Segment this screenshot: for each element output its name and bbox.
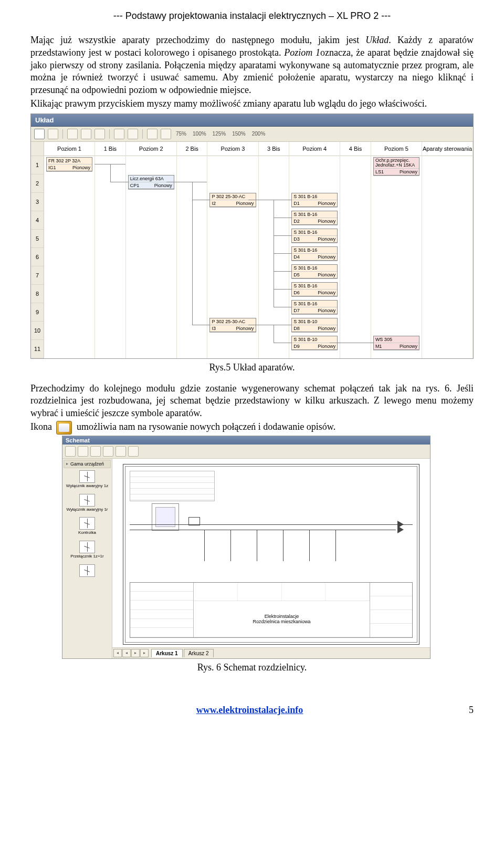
row-header: 6 bbox=[31, 248, 44, 266]
tool-cursor-icon[interactable] bbox=[65, 446, 76, 457]
schemat-sidebar: Gama urządzeń Wyłącznik awaryjny 1z Wyłą… bbox=[62, 459, 112, 658]
row-header: 5 bbox=[31, 230, 44, 248]
device-box-icon bbox=[152, 503, 179, 531]
tool-page-icon[interactable] bbox=[116, 446, 126, 457]
tool-c-icon[interactable] bbox=[94, 129, 105, 139]
sidebar-item[interactable]: Przełącznik 1z+1r bbox=[64, 541, 111, 559]
tool-zoom-fit-icon[interactable] bbox=[147, 129, 158, 139]
block-dir: Pionowy bbox=[318, 254, 335, 260]
tool-zoom-in-icon[interactable] bbox=[161, 129, 171, 139]
block-d4[interactable]: S 301 B-16D4Pionowy bbox=[291, 246, 338, 261]
row-header: 9 bbox=[31, 303, 44, 322]
p4a: Ikona bbox=[30, 421, 54, 432]
block-dir: Pionowy bbox=[318, 236, 335, 242]
zoom-75[interactable]: 75% bbox=[174, 131, 188, 137]
title-block: ElektroinstalacjeRozdzielnica mieszkanio… bbox=[130, 582, 413, 638]
tool-d-icon[interactable] bbox=[114, 129, 124, 139]
sheet-tabs: ◂◂▸▸ Arkusz 1 Arkusz 2 bbox=[112, 647, 430, 658]
zoom-150[interactable]: 150% bbox=[230, 131, 247, 137]
block-d2[interactable]: S 301 B-16D2Pionowy bbox=[291, 211, 338, 225]
block-d5[interactable]: S 301 B-16D5Pionowy bbox=[291, 264, 338, 278]
bus-line bbox=[130, 524, 413, 525]
block-och[interactable]: Ochr.p.przepięc.Jednofaz.+N 15KA LS1Pion… bbox=[373, 157, 419, 175]
drop-line bbox=[204, 530, 205, 561]
block-id: D4 bbox=[293, 254, 300, 260]
titleblock-line2: Rozdzielnica mieszkaniowa bbox=[253, 619, 310, 624]
block-id: I2 bbox=[212, 201, 216, 206]
row-header: 3 bbox=[31, 193, 44, 211]
zoom-125[interactable]: 125% bbox=[211, 131, 228, 137]
col-header: Poziom 2 bbox=[126, 142, 176, 156]
block-title: FR 302 2P 32A bbox=[47, 158, 92, 164]
block-dir: Pionowy bbox=[318, 326, 335, 331]
figure-caption-6: Rys. 6 Schemat rozdzielnicy. bbox=[30, 662, 474, 673]
block-title: S 301 B-16 bbox=[292, 211, 337, 218]
arrow-icon bbox=[397, 526, 404, 533]
symbol-icon bbox=[79, 564, 95, 577]
block-title: S 301 B-16 bbox=[292, 265, 337, 272]
block-id: LS1 bbox=[375, 169, 384, 174]
tool-e-icon[interactable] bbox=[128, 129, 138, 139]
paragraph-2: Klikając prawym przyciskiem myszy mamy m… bbox=[30, 98, 474, 110]
block-d3[interactable]: S 301 B-16D3Pionowy bbox=[291, 229, 338, 243]
schemat-toolbar bbox=[62, 445, 430, 459]
tab-arkusz-2[interactable]: Arkusz 2 bbox=[184, 649, 214, 657]
tool-zoom-icon[interactable] bbox=[128, 446, 139, 457]
tool-layout-icon[interactable] bbox=[48, 129, 58, 139]
drop-line bbox=[335, 530, 336, 561]
tab-nav[interactable]: ◂◂▸▸ bbox=[112, 649, 150, 657]
separator-icon bbox=[142, 129, 143, 139]
sidebar-item[interactable] bbox=[64, 564, 111, 577]
tool-cursor-icon[interactable] bbox=[34, 129, 45, 139]
separator-icon bbox=[109, 129, 110, 139]
col-1bis: 1 Bis bbox=[95, 142, 126, 358]
bus-line-2 bbox=[130, 530, 396, 530]
tool-rect2-icon[interactable] bbox=[103, 446, 113, 457]
block-id: D7 bbox=[293, 308, 300, 313]
tool-line-icon[interactable] bbox=[78, 446, 88, 457]
block-d8[interactable]: S 301 B-10D8Pionowy bbox=[291, 318, 338, 332]
drop-line bbox=[257, 530, 257, 561]
block-d6[interactable]: S 301 B-16D6Pionowy bbox=[291, 282, 338, 296]
block-title: S 301 B-16 bbox=[292, 301, 337, 307]
sidebar-label: Przełącznik 1z+1r bbox=[70, 554, 103, 559]
block-title: S 301 B-16 bbox=[292, 247, 337, 254]
block-ig1[interactable]: FR 302 2P 32A IG1Pionowy bbox=[46, 157, 92, 171]
footer-link[interactable]: www.elektroinstalacje.info bbox=[196, 705, 303, 715]
paragraph-1: Mając już wszystkie aparaty przechodzimy… bbox=[30, 34, 474, 97]
sidebar-header[interactable]: Gama urządzeń bbox=[64, 460, 111, 468]
drop-line bbox=[230, 530, 231, 561]
col-header: Poziom 5 bbox=[371, 142, 422, 156]
col-header: Poziom 1 bbox=[44, 142, 94, 156]
zoom-100[interactable]: 100% bbox=[191, 131, 208, 137]
schemat-canvas[interactable]: ElektroinstalacjeRozdzielnica mieszkanio… bbox=[112, 459, 430, 658]
sidebar-item[interactable]: Kontrolka bbox=[64, 517, 111, 535]
tool-a-icon[interactable] bbox=[67, 129, 78, 139]
sidebar-label: Kontrolka bbox=[78, 530, 96, 535]
col-poziom-1: Poziom 1 FR 302 2P 32A IG1Pionowy bbox=[44, 142, 95, 358]
block-dir: Pionowy bbox=[236, 201, 254, 206]
row-header: 11 bbox=[31, 340, 44, 358]
block-dir: Pionowy bbox=[318, 201, 335, 206]
col-poziom-5: Poziom 5 Ochr.p.przepięc.Jednofaz.+N 15K… bbox=[371, 142, 422, 358]
zoom-200[interactable]: 200% bbox=[250, 131, 267, 137]
p1d: Poziom 1 bbox=[284, 47, 320, 58]
block-id: D2 bbox=[293, 219, 300, 224]
block-ws[interactable]: WS 305 M1Pionowy bbox=[373, 336, 419, 350]
info-panel bbox=[130, 471, 215, 501]
schemat-title-bar: Schemat bbox=[62, 436, 430, 445]
tool-b-icon[interactable] bbox=[81, 129, 91, 139]
row-header: 2 bbox=[31, 174, 44, 193]
block-d7[interactable]: S 301 B-16D7Pionowy bbox=[291, 300, 338, 314]
col-2bis: 2 Bis bbox=[177, 142, 208, 358]
draw-connections-icon bbox=[56, 421, 72, 435]
block-d1[interactable]: S 301 B-16D1Pionowy bbox=[291, 193, 338, 207]
tool-rect-icon[interactable] bbox=[90, 446, 101, 457]
sidebar-item[interactable]: Wyłącznik awaryjny 1r bbox=[64, 494, 111, 512]
titleblock-line1: Elektroinstalacje bbox=[265, 614, 299, 619]
sidebar-item[interactable]: Wyłącznik awaryjny 1z bbox=[64, 470, 111, 489]
uklad-grid[interactable]: 1 2 3 4 5 6 7 8 9 10 11 Poziom 1 FR 302 bbox=[31, 142, 473, 358]
tab-arkusz-1[interactable]: Arkusz 1 bbox=[151, 649, 183, 657]
drop-line bbox=[309, 530, 310, 561]
paragraph-3: Przechodzimy do kolejnego modułu gdzie z… bbox=[30, 383, 474, 420]
